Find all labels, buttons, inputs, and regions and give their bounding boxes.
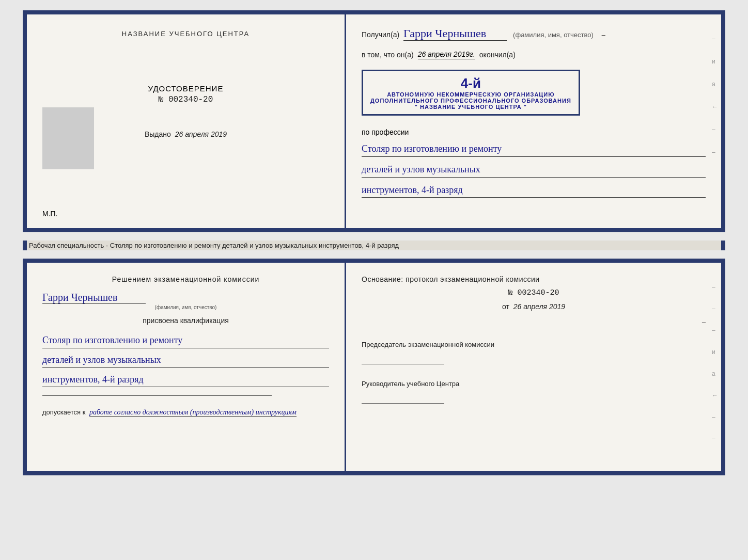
bottom-left-page: Решением экзаменационной комиссии Гарри … <box>27 263 346 471</box>
bottom-fio-caption: (фамилия, имя, отчество) <box>42 305 329 310</box>
profession-line-3: инструментов, 4-й разряд <box>362 183 706 198</box>
okonchil-text: окончил(а) <box>479 51 516 59</box>
dopuskaetsya-prefix: допускается к <box>42 408 85 416</box>
photo-placeholder <box>42 107 94 169</box>
recipient-name: Гарри Чернышев <box>403 27 507 41</box>
certificate-title: УДОСТОВЕРЕНИЕ <box>148 84 224 93</box>
predsedatel-sig-line <box>362 364 444 364</box>
certificate-block: УДОСТОВЕРЕНИЕ № 002340-20 <box>148 84 224 104</box>
qualification-line-1: Столяр по изготовлению и ремонту <box>42 333 329 348</box>
bottom-right-page: Основание: протокол экзаменационной коми… <box>346 263 721 471</box>
prisvoena-label: присвоена квалификация <box>42 316 329 325</box>
poluchil-line: Получил(а) Гарри Чернышев (фамилия, имя,… <box>362 27 706 41</box>
blank-line-1 <box>42 395 272 396</box>
ot-prefix: от <box>502 302 509 311</box>
dash-right-1: – <box>362 318 706 326</box>
bottom-recipient-name: Гарри Чернышев <box>42 292 146 304</box>
certificate-number: № 002340-20 <box>148 95 224 104</box>
top-right-page: Получил(а) Гарри Чернышев (фамилия, имя,… <box>346 14 721 228</box>
profession-line-1: Столяр по изготовлению и ремонту <box>362 141 706 157</box>
rukovoditel-label: Руководитель учебного Центра <box>362 380 706 388</box>
top-document-spread: НАЗВАНИЕ УЧЕБНОГО ЦЕНТРА УДОСТОВЕРЕНИЕ №… <box>23 10 725 232</box>
stamp-text-1: АВТОНОМНУЮ НЕКОММЕРЧЕСКУЮ ОРГАНИЗАЦИЮ <box>370 91 571 98</box>
stamp-text-3: " НАЗВАНИЕ УЧЕБНОГО ЦЕНТРА " <box>370 104 571 110</box>
dopuskaetsya-block: допускается к работе согласно должностны… <box>42 408 329 417</box>
vydano-date: 26 апреля 2019 <box>175 130 227 138</box>
stamp-block: 4-й АВТОНОМНУЮ НЕКОММЕРЧЕСКУЮ ОРГАНИЗАЦИ… <box>362 67 706 119</box>
profession-line-2: деталей и узлов музыкальных <box>362 162 706 178</box>
vtomchto-text: в том, что он(а) <box>362 51 414 59</box>
po-professii-label: по профессии <box>362 128 706 136</box>
doc-date-value: 26 апреля 2019 <box>513 302 565 311</box>
top-left-page: НАЗВАНИЕ УЧЕБНОГО ЦЕНТРА УДОСТОВЕРЕНИЕ №… <box>27 14 346 228</box>
doc-number-right: № 002340-20 <box>362 289 706 297</box>
stamp-number: 4-й <box>370 75 571 91</box>
vydano-line: Выдано 26 апреля 2019 <box>145 130 227 138</box>
right-edge-decoration: – и а ← – – <box>712 35 718 156</box>
bottom-document-spread: Решением экзаменационной комиссии Гарри … <box>23 259 725 475</box>
doc-date-right: от 26 апреля 2019 <box>362 302 706 311</box>
fio-caption-top: (фамилия, имя, отчество) <box>513 31 594 39</box>
between-label: Рабочая специальность - Столяр по изгото… <box>23 241 725 250</box>
bottom-name-block: Гарри Чернышев (фамилия, имя, отчество) <box>42 292 329 310</box>
stamp-outer: 4-й АВТОНОМНУЮ НЕКОММЕРЧЕСКУЮ ОРГАНИЗАЦИ… <box>362 70 580 116</box>
predsedatel-label: Председатель экзаменационной комиссии <box>362 341 706 348</box>
center-title: НАЗВАНИЕ УЧЕБНОГО ЦЕНТРА <box>122 30 250 38</box>
bottom-left-header: Решением экзаменационной комиссии <box>42 275 329 283</box>
rukovoditel-sig-line <box>362 403 444 404</box>
stamp-text-2: ДОПОЛНИТЕЛЬНОГО ПРОФЕССИОНАЛЬНОГО ОБРАЗО… <box>370 98 571 104</box>
mp-label: М.П. <box>42 210 58 218</box>
poluchil-prefix: Получил(а) <box>362 30 399 39</box>
qualification-line-3: инструментов, 4-й разряд <box>42 372 329 388</box>
dash-after-name: – <box>602 31 605 39</box>
dopuskaetsya-value: работе согласно должностным (производств… <box>89 408 297 417</box>
vtom-line: в том, что он(а) 26 апреля 2019г. окончи… <box>362 50 706 59</box>
qualification-line-2: деталей и узлов музыкальных <box>42 353 329 368</box>
date-value: 26 апреля 2019г. <box>418 50 475 59</box>
osnovanie-label: Основание: протокол экзаменационной коми… <box>362 275 706 283</box>
vydano-prefix: Выдано <box>145 130 171 138</box>
right-edge-bottom-decoration: – – – и а ← – – <box>712 283 718 442</box>
